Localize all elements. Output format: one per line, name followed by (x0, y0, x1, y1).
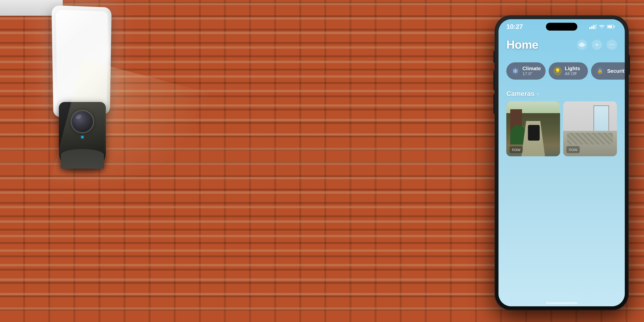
security-icon: 🔒 (596, 67, 604, 75)
more-icon: ··· (610, 42, 614, 47)
lights-icon: 💡 (554, 67, 562, 75)
volume-down-button (494, 94, 495, 114)
climate-emoji: ❄️ (512, 68, 518, 74)
lights-pill[interactable]: 💡 Lights All Off (549, 62, 588, 80)
camera-thumbnail-indoor[interactable]: now (563, 102, 617, 156)
lights-text: Lights All Off (565, 66, 580, 76)
camera-wall-mount (61, 149, 104, 169)
waveform-icon (579, 42, 585, 48)
outdoor-timestamp: now (510, 146, 523, 153)
security-text: Security (607, 68, 625, 74)
svg-rect-4 (584, 44, 585, 46)
security-label: Security (607, 68, 625, 74)
signal-icon (589, 24, 596, 29)
cameras-grid: now now (506, 102, 617, 156)
home-header: Home + ··· (506, 38, 617, 52)
silent-switch (494, 51, 495, 63)
cameras-section: Cameras › now (506, 90, 617, 156)
indoor-timestamp: now (566, 146, 580, 153)
cameras-chevron-icon[interactable]: › (537, 90, 539, 97)
security-pill[interactable]: 🔒 Security (591, 62, 625, 80)
cameras-header: Cameras › (506, 90, 617, 98)
svg-rect-0 (579, 44, 580, 46)
svg-rect-3 (583, 43, 584, 46)
battery-icon (607, 25, 615, 28)
status-bar: 10:27 (498, 19, 625, 34)
svg-rect-2 (582, 42, 582, 47)
security-camera (43, 8, 137, 169)
camera-led (81, 136, 84, 138)
volume-up-button (494, 70, 495, 90)
climate-temp: 17.0° (522, 71, 541, 76)
climate-pill[interactable]: ❄️ Climate 17.0° (506, 62, 546, 80)
home-title: Home (506, 38, 538, 52)
home-indicator (546, 302, 577, 304)
header-actions: + ··· (577, 40, 617, 50)
voice-control-button[interactable] (577, 40, 587, 50)
add-button[interactable]: + (592, 40, 602, 50)
climate-text: Climate 17.0° (522, 66, 541, 76)
add-icon: + (595, 42, 599, 48)
camera-thumbnail-outdoor[interactable]: now (506, 102, 560, 156)
camera-lens (70, 110, 94, 133)
power-button (628, 55, 630, 74)
svg-rect-1 (580, 43, 581, 47)
climate-icon: ❄️ (511, 67, 520, 75)
phone: 10:27 (495, 16, 628, 310)
lights-status: All Off (565, 71, 580, 76)
phone-screen: 10:27 (498, 19, 625, 306)
quick-actions: ❄️ Climate 17.0° 💡 Lights All Off (506, 62, 617, 80)
outdoor-object (528, 125, 540, 140)
status-time: 10:27 (506, 23, 523, 30)
climate-label: Climate (522, 66, 541, 72)
status-icons (589, 24, 615, 29)
lights-label: Lights (565, 66, 580, 72)
lights-emoji: 💡 (555, 68, 561, 74)
security-emoji: 🔒 (597, 68, 603, 74)
wifi-icon (599, 24, 605, 29)
camera-floodlight (52, 5, 112, 118)
cameras-title: Cameras (506, 90, 534, 98)
more-options-button[interactable]: ··· (607, 40, 617, 50)
